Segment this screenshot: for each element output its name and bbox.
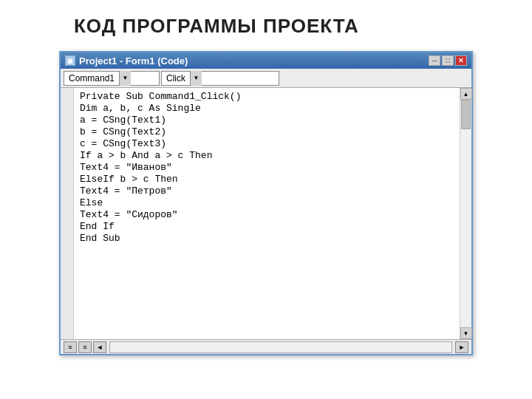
title-bar-left: ▣ Project1 - Form1 (Code) (65, 55, 188, 66)
close-button[interactable]: ✕ (455, 55, 467, 66)
procedure-dropdown-value: Click (162, 73, 190, 83)
page-title: КОД ПРОГРАММЫ ПРОЕКТА (74, 15, 359, 38)
status-button-1[interactable]: ≡ (64, 341, 77, 353)
status-button-2[interactable]: ≡ (78, 341, 92, 353)
object-dropdown-value: Command1 (64, 73, 119, 83)
scroll-thumb-vertical[interactable] (461, 100, 471, 129)
status-button-3[interactable]: ◄ (93, 341, 106, 353)
horizontal-scrollbar-track[interactable] (109, 341, 452, 353)
window-icon: ▣ (65, 55, 75, 66)
object-dropdown-arrow[interactable]: ▼ (119, 71, 131, 86)
code-window: ▣ Project1 - Form1 (Code) ─ □ ✕ Command1… (59, 51, 473, 355)
scroll-track-vertical[interactable] (460, 100, 471, 327)
title-bar: ▣ Project1 - Form1 (Code) ─ □ ✕ (61, 52, 471, 69)
toolbar: Command1 ▼ Click ▼ (61, 69, 471, 88)
vertical-scrollbar: ▲ ▼ (460, 88, 471, 339)
procedure-dropdown-arrow[interactable]: ▼ (190, 71, 202, 86)
maximize-button[interactable]: □ (442, 55, 454, 66)
minimize-button[interactable]: ─ (429, 55, 440, 66)
code-area: Private Sub Command1_Click() Dim a, b, c… (61, 88, 471, 339)
line-numbers (61, 88, 74, 339)
code-editor[interactable]: Private Sub Command1_Click() Dim a, b, c… (74, 88, 460, 339)
status-bar: ≡ ≡ ◄ ► (61, 339, 471, 354)
window-title: Project1 - Form1 (Code) (79, 55, 188, 66)
procedure-dropdown[interactable]: Click ▼ (161, 71, 279, 86)
scroll-up-button[interactable]: ▲ (460, 88, 472, 100)
scroll-right-button[interactable]: ► (455, 341, 468, 353)
title-bar-controls: ─ □ ✕ (429, 55, 467, 66)
object-dropdown[interactable]: Command1 ▼ (64, 71, 160, 86)
scroll-down-button[interactable]: ▼ (460, 327, 472, 339)
